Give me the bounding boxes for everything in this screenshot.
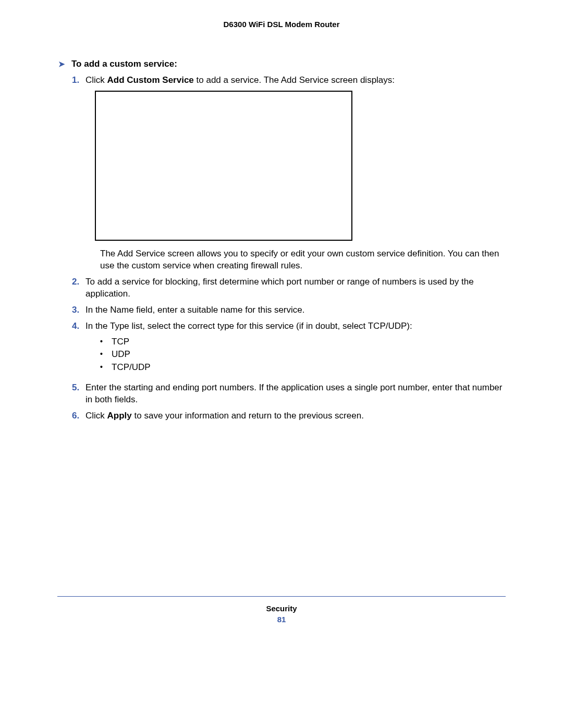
list-item-text: UDP (112, 348, 130, 361)
footer-page-number: 81 (57, 615, 506, 624)
step-4: 4. In the Type list, select the correct … (72, 320, 506, 378)
procedure-heading-text: To add a custom service: (71, 59, 177, 69)
step-4-text: In the Type list, select the correct typ… (85, 321, 412, 331)
list-item-text: TCP/UDP (112, 361, 151, 374)
step-number: 1. (72, 75, 85, 87)
step-2: 2. To add a service for blocking, first … (72, 276, 506, 300)
step-6: 6. Click Apply to save your information … (72, 410, 506, 422)
step-text-pre: Click (85, 75, 107, 85)
list-item: •TCP/UDP (100, 361, 506, 374)
step-text-post: to save your information and return to t… (132, 411, 364, 421)
step-number: 3. (72, 304, 85, 316)
step-number: 5. (72, 382, 85, 406)
step-1: 1. Click Add Custom Service to add a ser… (72, 75, 506, 87)
document-page: D6300 WiFi DSL Modem Router ➤ To add a c… (0, 0, 563, 728)
step-text: Enter the starting and ending port numbe… (85, 382, 506, 406)
step-text: In the Type list, select the correct typ… (85, 320, 506, 378)
step-text: In the Name field, enter a suitable name… (85, 304, 506, 316)
step-number: 4. (72, 320, 85, 378)
arrow-right-icon: ➤ (58, 60, 65, 68)
step-text: Click Add Custom Service to add a servic… (85, 75, 506, 87)
step-text-bold: Apply (107, 411, 132, 421)
step-3: 3. In the Name field, enter a suitable n… (72, 304, 506, 316)
procedure-steps: 1. Click Add Custom Service to add a ser… (72, 75, 506, 422)
list-item: •TCP (100, 336, 506, 349)
step-text-post: to add a service. The Add Service screen… (194, 75, 395, 85)
bullet-icon: • (100, 336, 112, 349)
step-1-followup: The Add Service screen allows you to spe… (100, 248, 506, 272)
step-text-bold: Add Custom Service (107, 75, 194, 85)
step-text-pre: Click (85, 411, 107, 421)
step-number: 6. (72, 410, 85, 422)
step-text: To add a service for blocking, first det… (85, 276, 506, 300)
step-5: 5. Enter the starting and ending port nu… (72, 382, 506, 406)
step-text: Click Apply to save your information and… (85, 410, 506, 422)
bullet-icon: • (100, 348, 112, 361)
bullet-icon: • (100, 361, 112, 374)
page-footer: Security 81 (57, 596, 506, 624)
list-item-text: TCP (112, 336, 129, 349)
step-4-sublist: •TCP •UDP •TCP/UDP (100, 336, 506, 374)
procedure-heading: ➤ To add a custom service: (58, 59, 506, 69)
screenshot-placeholder (95, 91, 352, 241)
list-item: •UDP (100, 348, 506, 361)
footer-section-name: Security (57, 604, 506, 613)
document-header-title: D6300 WiFi DSL Modem Router (57, 20, 506, 29)
step-number: 2. (72, 276, 85, 300)
